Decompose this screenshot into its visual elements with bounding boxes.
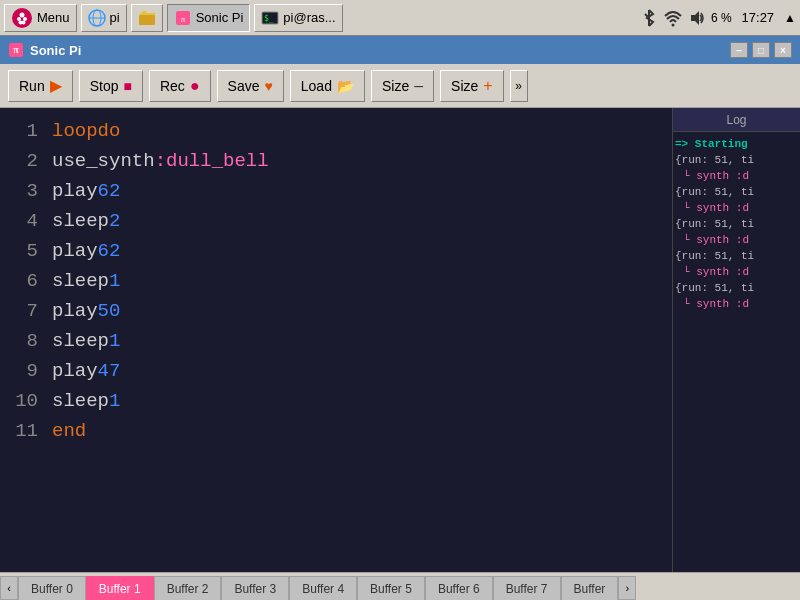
log-run-line: {run: 51, ti — [675, 152, 798, 168]
save-button[interactable]: Save ♥ — [217, 70, 284, 102]
sonic-pi-taskbar-button[interactable]: π Sonic Pi — [167, 4, 251, 32]
line-number: 5 — [8, 236, 38, 266]
rec-button[interactable]: Rec ● — [149, 70, 211, 102]
svg-text:π: π — [180, 14, 185, 24]
code-line: 1loop do — [0, 116, 672, 146]
window-controls: – □ × — [730, 42, 792, 58]
save-icon: ♥ — [264, 78, 272, 94]
buffer-tab-1[interactable]: Buffer 1 — [86, 576, 154, 600]
log-run-line: {run: 51, ti — [675, 184, 798, 200]
buffer-tab-4[interactable]: Buffer 4 — [289, 576, 357, 600]
load-label: Load — [301, 78, 332, 94]
size-minus-label: Size — [382, 78, 409, 94]
svg-point-0 — [12, 8, 32, 28]
code-content: sleep 1 — [52, 266, 120, 296]
browser-button[interactable]: pi — [81, 4, 127, 32]
code-content: sleep 2 — [52, 206, 120, 236]
code-line: 5 play 62 — [0, 236, 672, 266]
filemanager-button[interactable] — [131, 4, 163, 32]
line-number: 2 — [8, 146, 38, 176]
log-synth-line: └ synth :d — [675, 264, 798, 280]
log-synth-line: └ synth :d — [675, 296, 798, 312]
window-icon: π — [8, 42, 24, 58]
code-line: 3 play 62 — [0, 176, 672, 206]
svg-point-2 — [17, 17, 21, 21]
run-label: Run — [19, 78, 45, 94]
svg-point-14 — [671, 23, 674, 26]
line-number: 1 — [8, 116, 38, 146]
code-line: 11end — [0, 416, 672, 446]
log-content: => Starting {run: 51, ti└ synth :d{run: … — [673, 132, 800, 572]
maximize-button[interactable]: □ — [752, 42, 770, 58]
toolbar: Run ▶ Stop ■ Rec ● Save ♥ Load 📂 Size – … — [0, 64, 800, 108]
run-button[interactable]: Run ▶ — [8, 70, 73, 102]
plus-icon: + — [483, 77, 492, 95]
line-number: 6 — [8, 266, 38, 296]
svg-point-5 — [22, 20, 26, 24]
load-icon: 📂 — [337, 78, 354, 94]
log-synth-line: └ synth :d — [675, 232, 798, 248]
code-lines: 1loop do2 use_synth :dull_bell3 play 624… — [0, 116, 672, 446]
svg-point-3 — [23, 17, 27, 21]
main-area: 1loop do2 use_synth :dull_bell3 play 624… — [0, 108, 800, 572]
rec-label: Rec — [160, 78, 185, 94]
code-line: 10 sleep 1 — [0, 386, 672, 416]
terminal-label: pi@ras... — [283, 10, 335, 25]
sonic-pi-taskbar-label: Sonic Pi — [196, 10, 244, 25]
code-content: play 62 — [52, 236, 120, 266]
terminal-button[interactable]: $_ pi@ras... — [254, 4, 342, 32]
svg-rect-9 — [139, 15, 155, 25]
code-line: 8 sleep 1 — [0, 326, 672, 356]
line-number: 4 — [8, 206, 38, 236]
line-number: 11 — [8, 416, 38, 446]
terminal-icon: $_ — [261, 9, 279, 27]
log-starting: => Starting — [675, 136, 798, 152]
code-line: 7 play 50 — [0, 296, 672, 326]
log-run-line: {run: 51, ti — [675, 248, 798, 264]
tab-prev-button[interactable]: ‹ — [0, 576, 18, 600]
line-number: 8 — [8, 326, 38, 356]
load-button[interactable]: Load 📂 — [290, 70, 365, 102]
buffer-tab-7[interactable]: Buffer 7 — [493, 576, 561, 600]
code-content: end — [52, 416, 86, 446]
size-minus-button[interactable]: Size – — [371, 70, 434, 102]
minimize-button[interactable]: – — [730, 42, 748, 58]
svg-point-1 — [20, 12, 25, 17]
buffer-tab-2[interactable]: Buffer 2 — [154, 576, 222, 600]
folder-icon — [138, 9, 156, 27]
size-plus-button[interactable]: Size + — [440, 70, 504, 102]
code-editor[interactable]: 1loop do2 use_synth :dull_bell3 play 624… — [0, 108, 672, 572]
sonic-pi-window: π Sonic Pi – □ × Run ▶ Stop ■ Rec ● Save… — [0, 36, 800, 600]
close-button[interactable]: × — [774, 42, 792, 58]
browser-icon — [88, 9, 106, 27]
line-number: 9 — [8, 356, 38, 386]
menu-button[interactable]: Menu — [4, 4, 77, 32]
browser-label: pi — [110, 10, 120, 25]
stop-label: Stop — [90, 78, 119, 94]
buffer-tab-5[interactable]: Buffer 5 — [357, 576, 425, 600]
rec-icon: ● — [190, 77, 200, 95]
log-header: Log — [673, 108, 800, 132]
log-panel: Log => Starting {run: 51, ti└ synth :d{r… — [672, 108, 800, 572]
tab-next-button[interactable]: › — [618, 576, 636, 600]
code-content: play 62 — [52, 176, 120, 206]
taskbar-right: 6 % 17:27 ▲ — [639, 8, 796, 28]
taskbar: Menu pi π Sonic Pi $_ pi@ras... — [0, 0, 800, 36]
code-line: 9 play 47 — [0, 356, 672, 386]
battery-level: 6 % — [711, 11, 732, 25]
save-label: Save — [228, 78, 260, 94]
buffer-tab-3[interactable]: Buffer 3 — [221, 576, 289, 600]
speaker-icon — [687, 8, 707, 28]
code-content: use_synth :dull_bell — [52, 146, 269, 176]
scroll-up-btn[interactable]: ▲ — [784, 11, 796, 25]
stop-button[interactable]: Stop ■ — [79, 70, 143, 102]
buffer-tab-0[interactable]: Buffer 0 — [18, 576, 86, 600]
toolbar-more-button[interactable]: » — [510, 70, 528, 102]
log-run-line: {run: 51, ti — [675, 280, 798, 296]
log-run-line: {run: 51, ti — [675, 216, 798, 232]
buffer-tab-8[interactable]: Buffer — [561, 576, 619, 600]
buffer-tab-6[interactable]: Buffer 6 — [425, 576, 493, 600]
code-content: sleep 1 — [52, 326, 120, 356]
code-line: 6 sleep 1 — [0, 266, 672, 296]
code-content: sleep 1 — [52, 386, 120, 416]
